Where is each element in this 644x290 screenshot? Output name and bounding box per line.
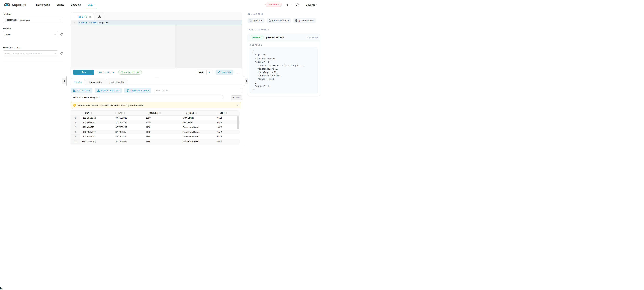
more-options-button[interactable]: ... <box>236 71 240 74</box>
command-timestamp: 9:34:48 AM <box>307 36 318 39</box>
close-alert-icon[interactable]: ✕ <box>237 104 239 107</box>
query-preview-row: SELECT * from long_lat 1k rows <box>71 95 242 100</box>
table-row: 6-122.428954237.78028831111Buchanan Stre… <box>71 139 239 144</box>
link-icon <box>218 71 220 74</box>
cell-lon: -122.428577 <box>80 126 114 128</box>
sun-icon <box>296 3 299 6</box>
cell-lon: -122.3912672 <box>80 117 114 119</box>
cell-lon: -122.3908502 <box>80 121 114 124</box>
save-button[interactable]: Save <box>195 70 206 75</box>
nav-menu: Dashboards Charts Datasets SQL <box>36 0 95 9</box>
refresh-tables-icon[interactable] <box>60 52 63 55</box>
sql-statement[interactable]: SELECT * from long_lat <box>78 20 242 25</box>
environment-badge: flask-debug <box>266 2 282 7</box>
table-row: 1-122.391267237.7690928155004th StreetNU… <box>71 116 239 120</box>
row-count-badge[interactable]: 1k rows <box>231 95 242 100</box>
refresh-schemas-icon[interactable] <box>60 33 63 36</box>
document-icon <box>269 19 271 22</box>
tab-results[interactable]: Results <box>71 79 85 85</box>
settings-menu[interactable]: Settings <box>306 3 318 6</box>
last-interaction-card: COMMAND getCurrentTab 9:34:48 AM RESPONS… <box>248 33 320 96</box>
cell-unit: NULL <box>215 135 239 138</box>
column-header-street[interactable]: STREET <box>181 112 215 114</box>
sort-icon[interactable] <box>196 112 197 114</box>
row-limit-warning-alert: ! The number of rows displayed is limite… <box>71 102 241 108</box>
cell-street: 04th Street <box>181 117 215 119</box>
query-elapsed-timer: 00:00:00.189 <box>118 70 142 75</box>
table-select[interactable]: Select table or type to search tables <box>3 50 58 56</box>
cell-lat: 37.7802883 <box>114 140 144 143</box>
cell-lat: 37.7694259 <box>114 121 144 124</box>
tabs-document-icon <box>250 19 252 22</box>
nav-item-sql[interactable]: SQL <box>88 0 95 9</box>
cell-unit: NULL <box>215 126 239 128</box>
sort-icon[interactable] <box>91 112 92 114</box>
chevron-down-icon <box>290 4 292 5</box>
database-select[interactable]: postgresql examples <box>3 17 63 23</box>
run-query-button[interactable]: Run <box>73 69 94 75</box>
nav-item-datasets[interactable]: Datasets <box>71 0 81 9</box>
top-navigation: Superset Dashboards Charts Datasets SQL … <box>0 0 322 9</box>
cell-number: 1160 <box>144 126 181 128</box>
nav-item-dashboards[interactable]: Dashboards <box>36 0 50 9</box>
filter-results-input[interactable] <box>154 88 242 93</box>
nav-item-charts[interactable]: Charts <box>56 0 64 9</box>
sort-icon[interactable] <box>124 112 125 114</box>
close-tab-icon[interactable]: ✕ <box>89 15 91 18</box>
copy-link-button[interactable]: Copy link <box>216 70 234 75</box>
sort-icon[interactable] <box>226 112 227 114</box>
column-header-lat[interactable]: LAT <box>114 112 144 114</box>
tab-drag-handle-icon[interactable]: ⋮ <box>74 15 76 18</box>
chevron-down-icon <box>300 4 302 5</box>
api-chip-gettabs[interactable]: getTabs <box>248 18 264 23</box>
api-chip-getdatabases[interactable]: getDatabases <box>293 18 316 23</box>
warning-text: The number of rows displayed is limited … <box>78 104 144 107</box>
limit-dropdown[interactable]: LIMIT: 1 000 <box>98 71 114 74</box>
superset-logo[interactable]: Superset <box>4 3 26 7</box>
cell-street: Buchanan Street <box>181 135 215 138</box>
api-chip-getcurrenttab[interactable]: getCurrentTab <box>266 18 291 23</box>
table-row: 3-122.42857737.78062671160Buchanan Stree… <box>71 125 239 130</box>
column-header-unit[interactable]: UNIT <box>215 112 239 114</box>
editor-tab-1[interactable]: ⋮ Tab 1 ✕ <box>71 13 94 20</box>
clock-icon <box>121 71 123 73</box>
column-header-lon[interactable]: LON <box>80 112 114 114</box>
create-chart-button[interactable]: Create chart <box>71 88 92 93</box>
superset-infinity-icon <box>4 3 10 6</box>
results-table: LON LAT NUMBER STREET UNIT 1-122.3912672… <box>71 111 239 145</box>
theme-toggle-button[interactable] <box>296 3 302 6</box>
copy-to-clipboard-button[interactable]: Copy to Clipboard <box>124 88 151 93</box>
table-row: 4-122.428534137.7803851142Buchanan Stree… <box>71 130 239 134</box>
tab-query-history[interactable]: Query history <box>86 79 106 85</box>
download-csv-button[interactable]: Download to CSV <box>95 88 122 93</box>
sort-icon[interactable] <box>160 112 161 114</box>
sql-code-editor[interactable]: 1 SELECT * from long_lat <box>71 20 242 68</box>
last-interaction-heading: LAST INTERACTION <box>248 29 320 31</box>
cell-lat: 37.780385 <box>114 131 144 133</box>
cell-lon: -122.4289542 <box>80 140 114 143</box>
cell-street: Buchanan Street <box>181 140 215 143</box>
tab-query-insights[interactable]: Query Insights <box>106 79 128 85</box>
editor-results-resize-handle[interactable] <box>154 77 159 78</box>
cell-lon: -122.4285247 <box>80 135 114 138</box>
save-options-caret[interactable] <box>206 70 212 75</box>
new-item-button[interactable] <box>286 3 292 6</box>
editor-card: 1 SELECT * from long_lat Run LIMIT: 1 00… <box>71 20 242 76</box>
check-circle-icon <box>84 15 87 18</box>
editor-active-line[interactable]: 1 SELECT * from long_lat <box>71 20 242 25</box>
table-select-placeholder: Select table or type to search tables <box>5 52 41 55</box>
results-tabstrip: Results Query history Query Insights <box>71 79 242 85</box>
right-divider-drag-handle[interactable] <box>244 76 244 86</box>
table-vertical-scrollbar[interactable] <box>237 116 238 129</box>
schema-label: Schema <box>3 27 63 30</box>
table-row: 5-122.428524737.78031721140Buchanan Stre… <box>71 134 239 139</box>
cell-unit: NULL <box>215 140 239 143</box>
schema-select[interactable]: public <box>3 31 58 37</box>
collapse-left-panel-button[interactable]: < <box>62 78 66 84</box>
left-divider-drag-handle[interactable] <box>66 76 67 86</box>
row-index: 3 <box>71 125 80 129</box>
add-tab-button[interactable] <box>95 13 104 20</box>
column-header-number[interactable]: NUMBER <box>144 112 181 114</box>
cell-lat: 37.7803172 <box>114 135 144 138</box>
api-panel-heading: SQL LAB APIS <box>248 13 320 15</box>
